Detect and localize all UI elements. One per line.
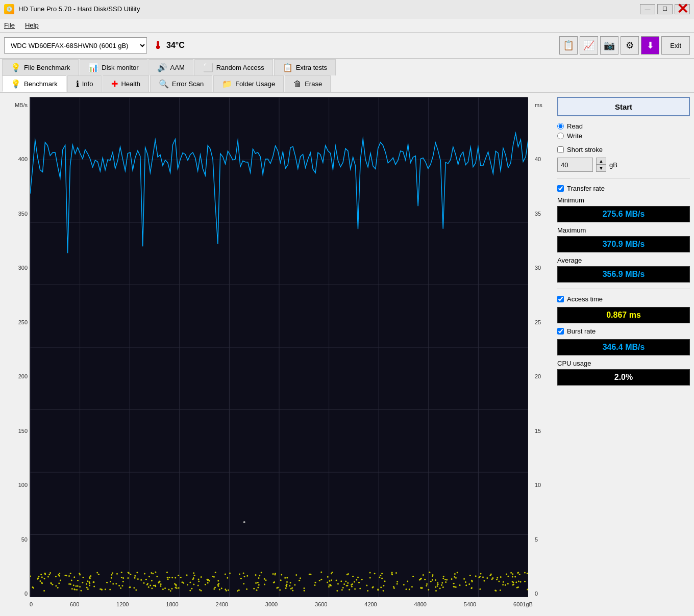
copy-button[interactable]: 📋 (559, 36, 578, 55)
file-benchmark-icon: 💡 (11, 63, 21, 72)
spinner-down[interactable]: ▼ (596, 165, 606, 172)
tab-info[interactable]: ℹ Info (67, 75, 102, 92)
burst-rate-option[interactable]: Burst rate (557, 327, 690, 335)
menu-bar: File Help (0, 18, 694, 33)
thermometer-icon: 🌡 (153, 40, 163, 52)
minimum-value: 275.6 MB/s (557, 206, 690, 222)
tab-aam[interactable]: 🔊 AAM (148, 59, 193, 75)
toolbar-buttons: 📋 📈 📷 ⚙ ⬇ Exit (559, 36, 690, 55)
spinner-input[interactable] (557, 158, 593, 172)
menu-help[interactable]: Help (25, 21, 39, 29)
access-time-stat: 0.867 ms (557, 307, 690, 323)
minimize-button[interactable]: — (640, 4, 655, 14)
temperature-value: 34°C (166, 41, 185, 50)
tab-random-access[interactable]: ⬜ Random Access (194, 59, 273, 75)
title-bar: 💿 HD Tune Pro 5.70 - Hard Disk/SSD Utili… (0, 0, 694, 18)
extra-tests-icon: 📋 (283, 63, 293, 72)
chart-wrapper: MB/s 400 350 300 250 200 150 100 50 0 ms… (4, 97, 553, 612)
maximum-label: Maximum (557, 226, 690, 234)
spinner-row: ▲ ▼ gB (557, 158, 690, 172)
disk-monitor-icon: 📊 (88, 63, 98, 72)
benchmark-icon: 💡 (11, 79, 21, 89)
burst-rate-stat: 346.4 MB/s (557, 339, 690, 355)
maximum-stat: Maximum 370.9 MB/s (557, 226, 690, 252)
tab-extra-tests-label: Extra tests (296, 64, 327, 71)
tab-file-benchmark[interactable]: 💡 File Benchmark (2, 59, 79, 75)
window-title: HD Tune Pro 5.70 - Hard Disk/SSD Utility (18, 5, 140, 13)
x-axis: 0 600 1200 1800 2400 3000 3600 4200 4800… (30, 597, 533, 612)
tab-bar: 💡 File Benchmark 📊 Disk monitor 🔊 AAM ⬜ … (0, 59, 694, 93)
right-panel: Start Read Write Short stroke ▲ ▼ gB (557, 97, 690, 612)
tab-health[interactable]: ✚ Health (103, 75, 149, 92)
maximize-button[interactable]: ☐ (657, 4, 673, 14)
download-button[interactable]: ⬇ (641, 36, 659, 55)
graph-button[interactable]: 📈 (580, 36, 598, 55)
transfer-rate-checkbox[interactable] (557, 185, 564, 192)
error-scan-icon: 🔍 (159, 79, 169, 89)
y-axis-right: ms 40 35 30 25 20 15 10 5 0 (533, 97, 553, 612)
close-button[interactable]: ✕ (675, 4, 690, 14)
tab-disk-monitor-label: Disk monitor (102, 64, 138, 71)
spinner-buttons: ▲ ▼ (596, 158, 606, 172)
tab-disk-monitor[interactable]: 📊 Disk monitor (80, 59, 147, 75)
app-icon: 💿 (4, 4, 14, 14)
divider-1 (557, 178, 690, 178)
settings-button[interactable]: ⚙ (621, 36, 639, 55)
benchmark-chart (30, 97, 528, 597)
info-icon: ℹ (76, 79, 79, 89)
close-icon: ✕ (677, 2, 688, 16)
cpu-usage-label: CPU usage (557, 360, 690, 367)
short-stroke-checkbox[interactable] (557, 146, 564, 153)
write-radio[interactable] (557, 133, 564, 139)
access-time-label: Access time (567, 295, 603, 303)
tab-folder-usage[interactable]: 📁 Folder Usage (213, 75, 284, 92)
read-radio[interactable] (557, 123, 564, 130)
start-button[interactable]: Start (557, 97, 690, 116)
y-unit-left: MB/s (15, 102, 28, 108)
tab-health-label: Health (121, 80, 140, 88)
menu-file[interactable]: File (4, 21, 15, 29)
toolbar: WDC WD60EFAX-68SHWN0 (6001 gB) 🌡 34°C 📋 … (0, 33, 694, 59)
burst-rate-checkbox[interactable] (557, 328, 564, 335)
average-stat: Average 356.9 MB/s (557, 256, 690, 283)
tab-erase[interactable]: 🗑 Erase (285, 75, 331, 92)
folder-usage-icon: 📁 (222, 79, 232, 89)
burst-rate-value: 346.4 MB/s (557, 339, 690, 355)
window-controls: — ☐ ✕ (640, 4, 690, 14)
tab-benchmark[interactable]: 💡 Benchmark (2, 75, 66, 92)
transfer-rate-label: Transfer rate (567, 185, 605, 192)
drive-select[interactable]: WDC WD60EFAX-68SHWN0 (6001 gB) (4, 37, 147, 54)
camera-button[interactable]: 📷 (600, 36, 618, 55)
health-icon: ✚ (111, 79, 118, 89)
tab-aam-label: AAM (170, 64, 185, 71)
average-label: Average (557, 256, 690, 264)
read-write-options: Read Write (557, 120, 690, 142)
tab-info-label: Info (82, 80, 93, 88)
divider-2 (557, 289, 690, 289)
access-time-option[interactable]: Access time (557, 295, 690, 303)
tab-error-scan[interactable]: 🔍 Error Scan (150, 75, 212, 92)
erase-icon: 🗑 (293, 80, 302, 89)
tab-row-1: 💡 File Benchmark 📊 Disk monitor 🔊 AAM ⬜ … (2, 59, 692, 75)
spinner-up[interactable]: ▲ (596, 158, 606, 165)
tab-error-scan-label: Error Scan (172, 80, 204, 88)
burst-rate-label: Burst rate (567, 327, 596, 335)
write-option[interactable]: Write (557, 132, 690, 140)
read-option[interactable]: Read (557, 122, 690, 130)
short-stroke-label: Short stroke (567, 146, 603, 153)
transfer-rate-option[interactable]: Transfer rate (557, 185, 690, 192)
tab-extra-tests[interactable]: 📋 Extra tests (274, 59, 336, 75)
maximum-value: 370.9 MB/s (557, 236, 690, 252)
read-label: Read (567, 122, 583, 130)
tab-row-2: 💡 Benchmark ℹ Info ✚ Health 🔍 Error Scan… (2, 75, 692, 92)
exit-button[interactable]: Exit (661, 36, 690, 55)
y-axis-left: MB/s 400 350 300 250 200 150 100 50 0 (4, 97, 30, 612)
chart-area: MB/s 400 350 300 250 200 150 100 50 0 ms… (4, 97, 553, 612)
chart-plot-area (30, 97, 528, 597)
short-stroke-option[interactable]: Short stroke (557, 146, 690, 153)
random-access-icon: ⬜ (203, 63, 213, 72)
tab-erase-label: Erase (305, 80, 322, 88)
main-content: MB/s 400 350 300 250 200 150 100 50 0 ms… (0, 93, 694, 616)
title-bar-left: 💿 HD Tune Pro 5.70 - Hard Disk/SSD Utili… (4, 4, 140, 14)
access-time-checkbox[interactable] (557, 296, 564, 302)
